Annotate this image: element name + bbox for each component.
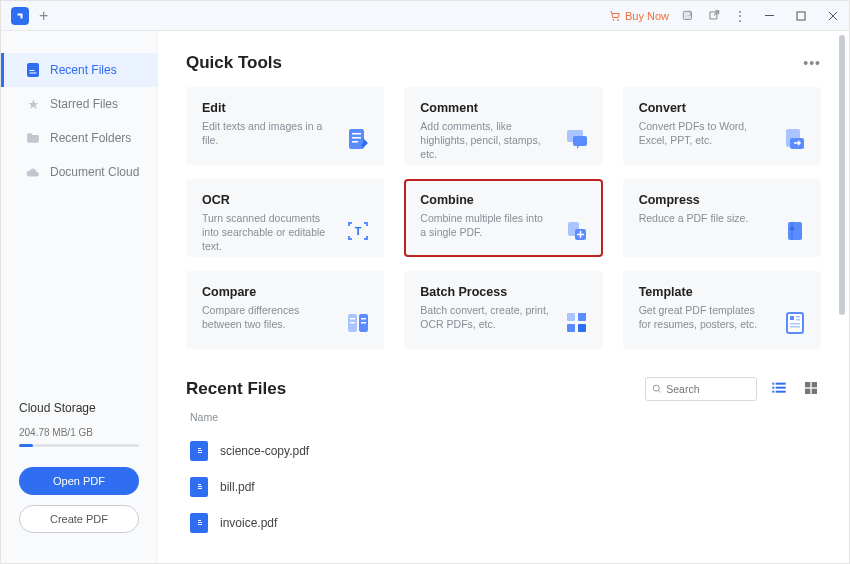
card-title: Combine bbox=[420, 193, 586, 207]
svg-rect-47 bbox=[772, 391, 774, 393]
pdf-file-icon bbox=[190, 513, 208, 533]
svg-point-1 bbox=[613, 19, 614, 20]
card-desc: Compare differences between two files. bbox=[202, 303, 368, 331]
svg-text:T: T bbox=[355, 225, 362, 237]
buy-now-link[interactable]: Buy Now bbox=[609, 10, 669, 22]
tool-card-template[interactable]: Template Get great PDF templates for res… bbox=[623, 271, 821, 349]
close-button[interactable] bbox=[823, 6, 843, 26]
app-logo-icon bbox=[11, 7, 29, 25]
search-input-wrapper[interactable] bbox=[645, 377, 757, 401]
tool-card-ocr[interactable]: OCR Turn scanned documents into searchab… bbox=[186, 179, 384, 257]
svg-rect-50 bbox=[812, 382, 817, 387]
sidebar-item-document-cloud[interactable]: Document Cloud bbox=[1, 155, 157, 189]
card-title: Compress bbox=[639, 193, 805, 207]
minimize-button[interactable] bbox=[759, 6, 779, 26]
cloud-storage-progress bbox=[19, 444, 139, 447]
folder-icon bbox=[26, 131, 40, 145]
star-icon bbox=[26, 97, 40, 111]
card-title: Batch Process bbox=[420, 285, 586, 299]
svg-rect-6 bbox=[797, 12, 805, 20]
share-icon[interactable] bbox=[681, 9, 695, 23]
svg-rect-36 bbox=[790, 316, 794, 320]
card-title: Compare bbox=[202, 285, 368, 299]
open-pdf-button[interactable]: Open PDF bbox=[19, 467, 139, 495]
svg-rect-34 bbox=[578, 324, 586, 332]
sidebar-item-recent-folders[interactable]: Recent Folders bbox=[1, 121, 157, 155]
svg-rect-51 bbox=[805, 389, 810, 394]
external-icon[interactable] bbox=[707, 9, 721, 23]
card-desc: Turn scanned documents into searchable o… bbox=[202, 211, 368, 254]
convert-icon bbox=[783, 127, 807, 151]
svg-rect-48 bbox=[776, 391, 786, 393]
tool-card-compare[interactable]: Compare Compare differences between two … bbox=[186, 271, 384, 349]
sidebar-item-starred-files[interactable]: Starred Files bbox=[1, 87, 157, 121]
search-input[interactable] bbox=[666, 383, 750, 395]
file-name: science-copy.pdf bbox=[220, 444, 309, 458]
main-content: Quick Tools ••• Edit Edit texts and imag… bbox=[158, 31, 849, 563]
svg-point-2 bbox=[617, 19, 618, 20]
card-title: Template bbox=[639, 285, 805, 299]
svg-rect-38 bbox=[796, 319, 800, 321]
cart-icon bbox=[609, 10, 621, 22]
file-icon bbox=[26, 63, 40, 77]
scrollbar[interactable] bbox=[839, 35, 845, 315]
file-item[interactable]: invoice.pdf bbox=[186, 505, 821, 541]
recent-files-title: Recent Files bbox=[186, 379, 286, 399]
more-menu-button[interactable]: ⋮ bbox=[733, 8, 747, 24]
svg-rect-46 bbox=[776, 387, 786, 389]
tool-card-compress[interactable]: Compress Reduce a PDF file size. bbox=[623, 179, 821, 257]
sidebar-item-label: Document Cloud bbox=[50, 165, 139, 179]
svg-rect-33 bbox=[567, 324, 575, 332]
file-item[interactable]: bill.pdf bbox=[186, 469, 821, 505]
sidebar-item-label: Starred Files bbox=[50, 97, 118, 111]
card-title: Comment bbox=[420, 101, 586, 115]
svg-rect-49 bbox=[805, 382, 810, 387]
column-header-name: Name bbox=[186, 411, 821, 423]
edit-icon bbox=[346, 127, 370, 151]
tool-card-comment[interactable]: Comment Add comments, like highlights, p… bbox=[404, 87, 602, 165]
svg-rect-52 bbox=[812, 389, 817, 394]
card-desc: Batch convert, create, print, OCR PDFs, … bbox=[420, 303, 586, 331]
card-desc: Combine multiple files into a single PDF… bbox=[420, 211, 586, 239]
svg-rect-10 bbox=[30, 70, 35, 71]
svg-rect-39 bbox=[790, 323, 800, 325]
buy-now-label: Buy Now bbox=[625, 10, 669, 22]
sidebar-item-label: Recent Files bbox=[50, 63, 117, 77]
card-title: OCR bbox=[202, 193, 368, 207]
pdf-file-icon bbox=[190, 477, 208, 497]
svg-rect-40 bbox=[790, 326, 800, 328]
file-name: bill.pdf bbox=[220, 480, 255, 494]
svg-rect-29 bbox=[350, 322, 355, 324]
new-tab-button[interactable]: + bbox=[39, 7, 48, 25]
svg-rect-0 bbox=[15, 11, 25, 21]
compress-icon bbox=[783, 219, 807, 243]
tool-card-batch-process[interactable]: Batch Process Batch convert, create, pri… bbox=[404, 271, 602, 349]
svg-rect-37 bbox=[796, 316, 800, 318]
tool-card-convert[interactable]: Convert Convert PDFs to Word, Excel, PPT… bbox=[623, 87, 821, 165]
svg-point-41 bbox=[653, 385, 659, 391]
svg-rect-43 bbox=[772, 383, 774, 385]
svg-rect-31 bbox=[567, 313, 575, 321]
cloud-icon bbox=[26, 165, 40, 179]
create-pdf-button[interactable]: Create PDF bbox=[19, 505, 139, 533]
maximize-button[interactable] bbox=[791, 6, 811, 26]
grid-view-button[interactable] bbox=[803, 380, 821, 398]
pdf-file-icon bbox=[190, 441, 208, 461]
cloud-storage-stats: 204.78 MB/1 GB bbox=[19, 427, 139, 438]
compare-icon bbox=[346, 311, 370, 335]
template-icon bbox=[783, 311, 807, 335]
file-item[interactable]: science-copy.pdf bbox=[186, 433, 821, 469]
tool-card-combine[interactable]: Combine Combine multiple files into a si… bbox=[404, 179, 602, 257]
tool-card-edit[interactable]: Edit Edit texts and images in a file. bbox=[186, 87, 384, 165]
svg-rect-27 bbox=[350, 318, 355, 320]
quick-tools-more-button[interactable]: ••• bbox=[803, 55, 821, 71]
card-desc: Edit texts and images in a file. bbox=[202, 119, 368, 147]
sidebar-item-recent-files[interactable]: Recent Files bbox=[1, 53, 157, 87]
quick-tools-title: Quick Tools bbox=[186, 53, 282, 73]
sidebar: Recent Files Starred Files Recent Folder… bbox=[1, 31, 158, 563]
svg-rect-28 bbox=[361, 318, 366, 320]
ocr-icon: T bbox=[346, 219, 370, 243]
quick-tools-grid: Edit Edit texts and images in a file. Co… bbox=[186, 87, 821, 349]
list-view-button[interactable] bbox=[771, 380, 789, 398]
titlebar: + Buy Now ⋮ bbox=[1, 1, 849, 31]
